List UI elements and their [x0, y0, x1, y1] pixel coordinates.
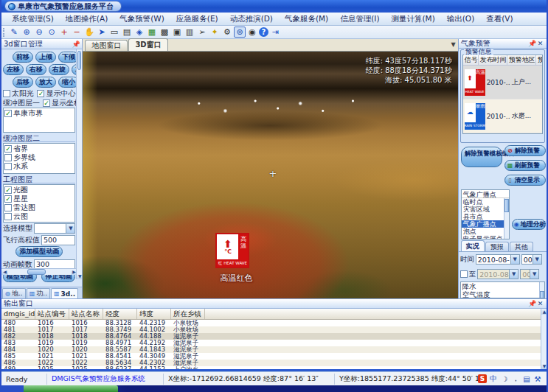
pin-icon[interactable]: 📌 [72, 41, 80, 48]
tab-map-manager[interactable]: ◍地.. [2, 288, 26, 298]
menu-map-ops[interactable]: 地图操作(A) [60, 13, 114, 25]
tab-3d-manager[interactable]: ▥3d.. [51, 288, 78, 298]
menu-info[interactable]: 信息管理(I) [334, 13, 385, 25]
print-icon[interactable]: ▣ [171, 27, 183, 38]
pin-icon[interactable]: 📌 [528, 300, 536, 307]
chevron-down-icon[interactable]: ▼ [530, 270, 538, 279]
station-row[interactable]: 486 1022 1022 88.5634 44.2302 滋泥泉子 [1, 360, 547, 366]
warning-column-header[interactable]: 预警地区 [507, 55, 536, 65]
layer-checkbox[interactable]: ✓ [4, 186, 12, 194]
layer-checkbox[interactable] [4, 213, 12, 220]
station-column-header[interactable]: 站点名称 [69, 309, 103, 319]
tab-3d-window[interactable]: 3D窗口 [128, 38, 167, 51]
zoom-out-icon[interactable]: − [71, 27, 83, 38]
help-icon[interactable]: ? [259, 27, 268, 37]
point-type-listbox[interactable]: 气象广播点 临时点灾害区域县市点气象广播点泡点电子显示屏点 [461, 189, 510, 239]
layer-checkbox[interactable]: ✓ [4, 110, 12, 117]
chevron-down-icon[interactable]: ▼ [533, 255, 541, 264]
hscroll-thumb[interactable] [27, 269, 46, 275]
remove-warning-button[interactable]: ⊘解除预警 [504, 145, 546, 156]
move-right-button[interactable]: 右移 [26, 64, 46, 75]
draw-arrow-icon[interactable]: ➢ [196, 27, 208, 38]
scroll-down-icon[interactable]: ▼ [77, 273, 83, 279]
ime-moon-icon[interactable]: ☽ [500, 375, 509, 383]
menu-measure[interactable]: 测量计算(M) [386, 13, 441, 25]
warning-row[interactable]: ⬆ 高温 HEAT WAVE 2010-... 上户... [463, 66, 542, 99]
station-row[interactable]: 482 1018 1018 88.4764 44.188 滋泥泉子 [1, 333, 547, 340]
menu-weather-service[interactable]: 气象服务(M) [279, 13, 334, 25]
menu-view[interactable]: 查看(V) [480, 13, 518, 25]
scroll-down-icon[interactable]: ▼ [541, 363, 547, 369]
menu-system[interactable]: 系统管理(S) [6, 13, 60, 25]
station-column-header[interactable]: 所在乡镇 [171, 309, 205, 319]
point-type-item[interactable]: 泡点 [462, 228, 509, 235]
zoom-out-box-icon[interactable]: ⊖ [33, 27, 45, 38]
observation-scrollbar[interactable] [539, 282, 544, 298]
image-map-icon[interactable]: ▩ [159, 27, 170, 38]
station-row[interactable]: 483 1019 1019 88.4971 44.2192 滋泥泉子 [1, 340, 547, 346]
pan-hand-icon[interactable]: ✋ [83, 27, 95, 38]
layer-checkbox[interactable] [4, 154, 12, 161]
to-checkbox[interactable] [460, 270, 468, 278]
observation-item[interactable]: 降水 [461, 282, 544, 290]
warning-table-hscrollbar[interactable]: ◀ ▶ [463, 133, 542, 134]
station-row[interactable]: 481 1017 1017 88.3749 44.1002 小泉牧场 [1, 326, 547, 333]
ime-wrench-icon[interactable]: ⚒ [533, 375, 542, 383]
print-preview-icon[interactable]: ▥ [184, 27, 195, 38]
observation-listbox[interactable]: 降水空气温度最高温度最低温度地表温度 [460, 281, 545, 298]
chevron-down-icon[interactable]: ▼ [510, 255, 519, 264]
heat-wave-warning-icon[interactable]: ⬆℃ 高温 红HEAT WAVE [215, 233, 249, 268]
pin-icon[interactable]: 📌 [528, 40, 536, 47]
sunlight-checkbox[interactable] [3, 90, 10, 97]
station-row[interactable]: 480 1016 1016 88.3128 44.2319 小泉牧场 [1, 320, 547, 326]
hour-combo[interactable]: 00▼ [521, 254, 542, 265]
sogou-icon[interactable]: S [478, 374, 487, 383]
point-type-item[interactable]: 临时点 [462, 198, 509, 206]
image-icon[interactable]: ▦ [146, 27, 158, 38]
zoom-in-button[interactable]: 放大 [35, 77, 56, 88]
tab-forecast[interactable]: 预报 [485, 242, 509, 251]
remove-warning-template-button[interactable]: 解除预警模板编辑 [461, 147, 502, 167]
warning-row[interactable]: ☁ 暴雨 RAIN STORM 2010-... 水磨... [463, 99, 542, 133]
exit-icon[interactable]: ⇥ [269, 27, 281, 38]
edit-icon[interactable]: ✎ [8, 27, 20, 38]
point-type-item[interactable]: 县市点 [462, 213, 509, 220]
point-list-scrollbar[interactable] [504, 198, 509, 239]
layer-checkbox[interactable] [4, 204, 12, 211]
ime-chinese-icon[interactable]: 中 [489, 374, 498, 384]
close-icon[interactable]: ✕ [536, 40, 544, 47]
station-row[interactable]: 484 1020 1020 88.5587 44.1843 滋泥泉子 [1, 346, 547, 353]
geo-analysis-button[interactable]: ◉地理分析 [512, 219, 546, 230]
terrain-3d-view[interactable]: 纬度: 43度57分18.117秒经度: 88度18分14.371秒海拔: 45… [83, 52, 457, 298]
point-type-item[interactable]: 气象广播点 [462, 220, 509, 228]
menu-output[interactable]: 输出(O) [441, 13, 480, 25]
vscroll-thumb[interactable] [77, 51, 81, 70]
move-forward-button[interactable]: 前移 [13, 52, 33, 63]
hour2-combo[interactable]: 00▼ [520, 269, 539, 279]
tab-live[interactable]: 实况 [461, 240, 485, 251]
station-column-header[interactable]: 纬度 [137, 309, 171, 319]
report-icon[interactable]: ▤ [121, 27, 133, 38]
identify-icon[interactable]: ◈ [133, 27, 145, 38]
layer-checkbox[interactable]: ✓ [4, 195, 12, 203]
scroll-up-icon[interactable]: ▲ [541, 309, 547, 315]
warning-column-header[interactable]: 发布时间 [479, 55, 507, 65]
menu-emergency[interactable]: 应急服务(E) [170, 13, 224, 25]
observation-item[interactable]: 空气温度 [461, 290, 544, 298]
station-column-header[interactable]: dmgis_id [1, 309, 35, 319]
layer-checkbox[interactable] [4, 163, 12, 170]
model-select-combo[interactable]: ▼ [34, 223, 75, 234]
menu-weather-warning[interactable]: 气象预警(W) [114, 13, 170, 25]
select-arrow-icon[interactable]: ➤ [96, 27, 108, 38]
left-panel-hscrollbar[interactable]: ◀ ▶ [1, 268, 77, 275]
show-coords-checkbox[interactable]: ✓ [43, 99, 50, 107]
point-type-item[interactable]: 电子显示屏点 [462, 235, 509, 239]
clear-display-button[interactable]: ▯清空显示 [504, 175, 546, 186]
tab-list-dropdown-icon[interactable]: ▼ [451, 41, 455, 48]
date2-combo[interactable]: 2010-08-13▼ [477, 269, 518, 279]
zoom-in-icon[interactable]: + [58, 27, 70, 38]
station-column-header[interactable]: 站点编号 [35, 309, 69, 319]
close-icon[interactable]: ✕ [536, 300, 544, 307]
warning-column-header[interactable]: 信号 [463, 55, 479, 65]
warning-column-header[interactable]: 预 [536, 55, 543, 65]
